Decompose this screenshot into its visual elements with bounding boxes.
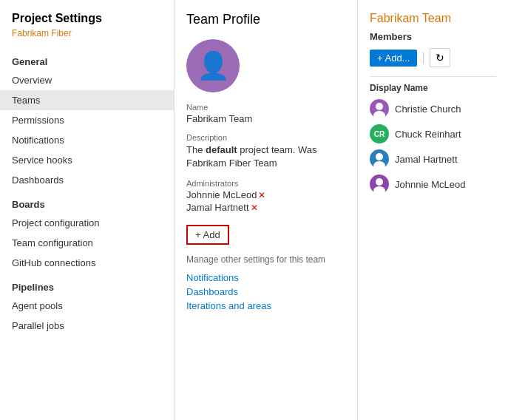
description-highlight: default (206, 144, 237, 155)
sidebar-item-permissions[interactable]: Permissions (0, 110, 174, 130)
member-row: Jamal Hartnett (370, 149, 496, 169)
sidebar-item-project-config[interactable]: Project configuration (0, 213, 174, 233)
member-name-christie: Christie Church (395, 104, 461, 115)
members-divider (370, 76, 496, 77)
member-avatar-icon-johnnie (370, 175, 389, 194)
svg-point-5 (373, 186, 385, 194)
notifications-link[interactable]: Notifications (186, 272, 345, 283)
members-list: Christie Church CR Chuck Reinhart Jamal … (370, 99, 496, 194)
member-avatar-johnnie (370, 175, 389, 194)
svg-point-2 (376, 153, 383, 160)
member-row: CR Chuck Reinhart (370, 124, 496, 143)
description-label: Description (186, 133, 345, 142)
sidebar-item-service-hooks[interactable]: Service hooks (0, 150, 174, 170)
add-administrator-button[interactable]: + Add (186, 225, 229, 245)
main-content: Team Profile 👤 Name Fabrikam Team Descri… (175, 0, 358, 420)
sidebar-item-github[interactable]: GitHub connections (0, 253, 174, 273)
refresh-button[interactable]: ↻ (430, 48, 450, 67)
admin-row: Johnnie McLeod ✕ (186, 189, 345, 200)
manage-text: Manage other settings for this team (186, 254, 345, 266)
team-name-title: Fabrikam Team (370, 12, 496, 25)
member-name-chuck: Chuck Reinhart (395, 129, 461, 140)
dashboards-link[interactable]: Dashboards (186, 286, 345, 297)
name-value: Fabrikam Team (186, 113, 345, 124)
add-member-label: + Add... (377, 52, 410, 64)
add-member-button[interactable]: + Add... (370, 50, 417, 67)
sidebar-subtitle[interactable]: Fabrikam Fiber (0, 28, 174, 47)
sidebar-item-team-config[interactable]: Team configuration (0, 233, 174, 253)
admin-name-johnnie: Johnnie McLeod (186, 189, 257, 200)
description-text: The default project team. Was Fabrikam F… (186, 143, 345, 170)
svg-point-4 (376, 178, 383, 186)
admin-name-jamal: Jamal Hartnett (186, 202, 249, 213)
link-list: Notifications Dashboards Iterations and … (186, 272, 345, 311)
display-name-header: Display Name (370, 83, 496, 93)
avatar-icon: 👤 (197, 52, 230, 79)
sidebar-section-boards: Boards (0, 190, 174, 213)
svg-point-3 (373, 161, 385, 169)
sidebar-item-parallel-jobs[interactable]: Parallel jobs (0, 316, 174, 336)
members-actions: + Add... | ↻ (370, 48, 496, 67)
sidebar-item-teams[interactable]: Teams (0, 90, 174, 110)
refresh-icon: ↻ (436, 52, 444, 64)
divider: | (421, 51, 424, 64)
member-name-johnnie: Johnnie McLeod (395, 179, 465, 190)
avatar: 👤 (186, 39, 240, 92)
name-label: Name (186, 103, 345, 112)
iterations-link[interactable]: Iterations and areas (186, 300, 345, 311)
member-avatar-icon-jamal (370, 149, 389, 169)
sidebar: Project Settings Fabrikam Fiber General … (0, 0, 175, 420)
sidebar-item-dashboards[interactable]: Dashboards (0, 170, 174, 190)
admin-remove-johnnie[interactable]: ✕ (258, 190, 265, 200)
sidebar-section-pipelines: Pipelines (0, 273, 174, 296)
administrators-label: Administrators (186, 179, 345, 188)
main-title: Team Profile (186, 12, 345, 27)
svg-point-0 (376, 103, 383, 110)
members-label: Members (370, 31, 496, 42)
admin-row: Jamal Hartnett ✕ (186, 202, 345, 213)
admin-remove-jamal[interactable]: ✕ (251, 203, 258, 213)
sidebar-title: Project Settings (0, 12, 174, 28)
member-avatar-icon-christie (370, 99, 389, 118)
member-avatar-jamal (370, 149, 389, 169)
member-row: Christie Church (370, 99, 496, 118)
add-administrator-label: + Add (195, 229, 220, 240)
member-avatar-chuck: CR (370, 124, 389, 143)
administrators-section: Johnnie McLeod ✕ Jamal Hartnett ✕ (186, 189, 345, 213)
sidebar-item-notifications[interactable]: Notifications (0, 130, 174, 150)
right-panel: Fabrikam Team Members + Add... | ↻ Displ… (358, 0, 508, 420)
member-name-jamal: Jamal Hartnett (395, 154, 458, 165)
svg-point-1 (373, 111, 385, 118)
sidebar-item-overview[interactable]: Overview (0, 70, 174, 90)
member-row: Johnnie McLeod (370, 175, 496, 194)
member-avatar-christie (370, 99, 389, 118)
sidebar-section-general: General (0, 47, 174, 70)
sidebar-item-agent-pools[interactable]: Agent pools (0, 296, 174, 316)
